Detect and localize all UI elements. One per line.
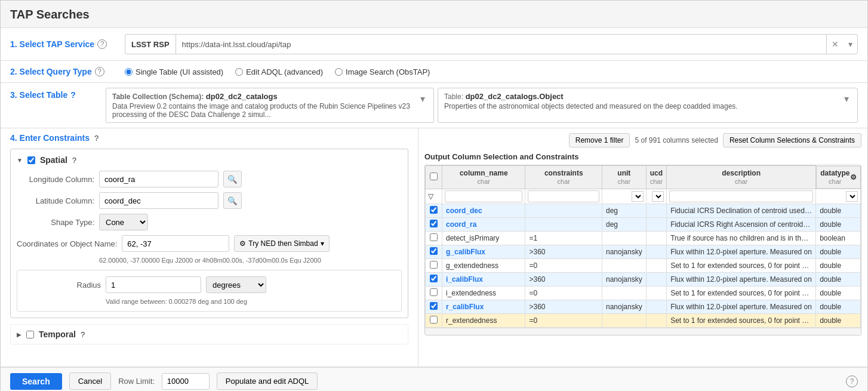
row-name-8: r_extendedness [442, 313, 525, 327]
row-checkbox-5[interactable] [430, 275, 438, 282]
radio-single-table[interactable]: Single Table (UI assisted) [125, 67, 223, 76]
shape-select[interactable]: Cone Elliptical Polygon [99, 214, 148, 230]
radio-adql[interactable]: Edit ADQL (advanced) [235, 67, 323, 76]
row-checkbox-1[interactable] [430, 220, 438, 227]
row-constraints-3: >360 [525, 245, 602, 258]
temporal-help-icon[interactable]: ? [81, 330, 85, 339]
row-ucd-7 [646, 300, 666, 313]
temporal-header[interactable]: ▶ Temporal ? [17, 330, 402, 339]
tap-service-actions: ✕ ▾ [826, 35, 857, 54]
table-collection-subtitle: Data Preview 0.2 contains the image and … [112, 102, 418, 119]
row-checkbox-8[interactable] [430, 316, 438, 324]
ned-resolve-button[interactable]: ⚙ Try NED then Simbad ▾ [234, 235, 329, 252]
cancel-button[interactable]: Cancel [69, 372, 111, 390]
row-checkbox-0[interactable] [430, 206, 438, 214]
longitude-search-button[interactable]: 🔍 [223, 171, 242, 187]
col-constraints-filter[interactable] [528, 190, 599, 202]
horizontal-scrollbar[interactable] [425, 328, 861, 335]
table-collection-title: Table Collection (Schema): dp02_dc2_cata… [112, 92, 418, 101]
page-title: TAP Searches [1, 1, 867, 28]
row-checkbox-2[interactable] [430, 233, 438, 241]
col-sel-title: Output Column Selection and Constraints [424, 152, 861, 161]
row-datatype-0: double [816, 204, 861, 217]
spatial-help-icon[interactable]: ? [72, 156, 76, 165]
row-unit-5: nanojansky [602, 272, 647, 286]
row-datatype-6: double [816, 286, 861, 300]
coords-input[interactable] [122, 235, 229, 252]
row-limit-input[interactable] [162, 373, 210, 390]
col-name-header: column_namechar [442, 166, 525, 189]
row-unit-1: deg [602, 217, 647, 231]
table-detail-chevron-icon[interactable]: ▾ [842, 92, 851, 106]
row-name-1: coord_ra [442, 217, 525, 231]
row-name-3: g_calibFlux [442, 245, 525, 258]
spatial-collapse-icon[interactable]: ▼ [17, 157, 23, 164]
spatial-checkbox[interactable] [27, 156, 35, 164]
remove-filter-button[interactable]: Remove 1 filter [569, 133, 630, 147]
row-checkbox-7[interactable] [430, 302, 438, 310]
radio-image-search[interactable]: Image Search (ObsTAP) [335, 67, 430, 76]
row-datatype-7: double [816, 300, 861, 313]
table-collection-box[interactable]: Table Collection (Schema): dp02_dc2_cata… [106, 88, 434, 123]
radius-input[interactable] [106, 276, 201, 293]
tap-service-name: LSST RSP [125, 35, 176, 54]
tap-service-clear-button[interactable]: ✕ [827, 35, 844, 54]
row-checkbox-4[interactable] [430, 261, 438, 269]
temporal-checkbox[interactable] [26, 331, 34, 338]
latitude-search-button[interactable]: 🔍 [223, 192, 242, 209]
col-settings-icon[interactable]: ⚙ [850, 173, 857, 181]
query-type-help-icon[interactable]: ? [95, 67, 104, 76]
select-table-help-icon[interactable]: ? [70, 90, 76, 100]
select-table-section: 3. Select Table ? Table Collection (Sche… [1, 83, 867, 128]
constraints-help-icon[interactable]: ? [94, 134, 99, 143]
radio-single-table-input[interactable] [125, 68, 133, 76]
col-unit-filter-select[interactable]: ▾ [632, 191, 644, 202]
row-unit-2 [602, 231, 647, 245]
bottom-bar: Search Cancel Row Limit: Populate and ed… [1, 367, 867, 391]
search-button[interactable]: Search [10, 373, 62, 390]
temporal-collapse-icon[interactable]: ▶ [17, 331, 21, 338]
table-row: coord_dec deg Fiducial ICRS Declination … [426, 204, 861, 217]
ned-dropdown-icon: ▾ [321, 239, 324, 248]
col-ucd-filter-cell: ▾ [646, 189, 666, 204]
col-datatype-filter-select[interactable]: ▾ [846, 191, 858, 202]
table-collection-chevron-icon[interactable]: ▾ [418, 92, 427, 106]
radio-adql-input[interactable] [235, 68, 243, 76]
row-name-6: i_extendedness [442, 286, 525, 300]
row-constraints-2: =1 [525, 231, 602, 245]
populate-adql-button[interactable]: Populate and edit ADQL [217, 372, 318, 390]
longitude-input[interactable] [99, 171, 218, 187]
col-filter-icon-cell: ▽ [426, 189, 442, 204]
col-ucd-filter-select[interactable]: ▾ [652, 191, 664, 202]
col-constraints-header: constraintschar [525, 166, 602, 189]
col-description-filter[interactable] [669, 190, 813, 202]
col-table: column_namechar constraintschar unitchar… [425, 165, 861, 328]
row-unit-8 [602, 313, 647, 327]
radius-units-select[interactable]: degrees arcminutes arcseconds [206, 276, 266, 293]
row-checkbox-3[interactable] [430, 247, 438, 255]
tap-service-help-icon[interactable]: ? [97, 39, 107, 49]
latitude-input[interactable] [99, 192, 218, 209]
row-constraints-5: >360 [525, 272, 602, 286]
table-row: i_extendedness =0 Set to 1 for extended … [426, 286, 861, 300]
latitude-row: Latitude Column: 🔍 [17, 192, 402, 209]
table-row: detect_isPrimary =1 True if source has n… [426, 231, 861, 245]
col-name-filter[interactable] [445, 190, 522, 202]
row-datatype-8: double [816, 313, 861, 327]
row-ucd-8 [646, 313, 666, 327]
row-desc-0: Fiducial ICRS Declination of centroid us… [667, 204, 816, 217]
table-detail-box[interactable]: Table: dp02_dc2_catalogs.Object Properti… [438, 88, 858, 123]
row-constraints-4: =0 [525, 258, 602, 272]
reset-constraints-button[interactable]: Reset Column Selections & Constraints [723, 133, 861, 147]
spatial-block: ▼ Spatial ? Longitude Column: 🔍 Latitude… [10, 149, 408, 318]
row-checkbox-6[interactable] [430, 288, 438, 296]
spatial-header[interactable]: ▼ Spatial ? [17, 155, 402, 165]
bottom-help-icon[interactable]: ? [846, 375, 858, 387]
radio-image-search-input[interactable] [335, 68, 343, 76]
table-row: g_calibFlux >360 nanojansky Flux within … [426, 245, 861, 258]
select-table-label: 3. Select Table ? [10, 88, 106, 123]
row-ucd-6 [646, 286, 666, 300]
tap-service-dropdown-button[interactable]: ▾ [844, 35, 857, 54]
col-select-all-checkbox[interactable] [430, 173, 438, 180]
coords-hint: 62.00000, -37.00000 Equ J2000 or 4h08m00… [99, 257, 402, 264]
